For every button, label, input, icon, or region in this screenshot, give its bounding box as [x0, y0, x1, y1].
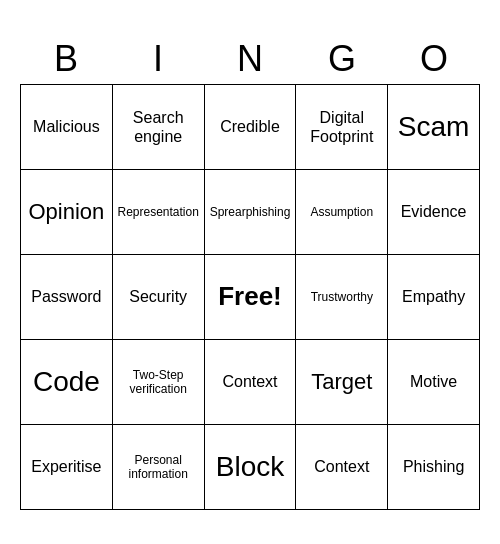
cell-text: Free! [218, 281, 282, 312]
cell-text: Empathy [402, 287, 465, 306]
cell-text: Two-Step verification [117, 368, 200, 397]
bingo-cell: Assumption [296, 170, 388, 255]
bingo-cell: Context [296, 425, 388, 510]
bingo-cell: Personal information [113, 425, 205, 510]
bingo-cell: Block [205, 425, 297, 510]
cell-text: Malicious [33, 117, 100, 136]
cell-text: Phishing [403, 457, 464, 476]
cell-text: Digital Footprint [300, 108, 383, 146]
cell-text: Search engine [117, 108, 200, 146]
cell-text: Context [222, 372, 277, 391]
bingo-cell: Password [21, 255, 113, 340]
cell-text: Credible [220, 117, 280, 136]
cell-text: Assumption [310, 205, 373, 219]
bingo-grid: MaliciousSearch engineCredibleDigital Fo… [20, 84, 480, 510]
cell-text: Representation [118, 205, 199, 219]
bingo-card: BINGO MaliciousSearch engineCredibleDigi… [20, 34, 480, 510]
bingo-cell: Target [296, 340, 388, 425]
cell-text: Security [129, 287, 187, 306]
header-letter: I [112, 34, 204, 84]
header-letter: N [204, 34, 296, 84]
bingo-cell: Code [21, 340, 113, 425]
cell-text: Motive [410, 372, 457, 391]
bingo-cell: Search engine [113, 85, 205, 170]
header-letter: B [20, 34, 112, 84]
bingo-cell: Two-Step verification [113, 340, 205, 425]
bingo-cell: Digital Footprint [296, 85, 388, 170]
bingo-cell: Opinion [21, 170, 113, 255]
bingo-cell: Free! [205, 255, 297, 340]
bingo-cell: Context [205, 340, 297, 425]
bingo-cell: Representation [113, 170, 205, 255]
bingo-cell: Phishing [388, 425, 480, 510]
cell-text: Experitise [31, 457, 101, 476]
bingo-cell: Evidence [388, 170, 480, 255]
cell-text: Sprearphishing [210, 205, 291, 219]
cell-text: Password [31, 287, 101, 306]
bingo-cell: Trustworthy [296, 255, 388, 340]
cell-text: Trustworthy [311, 290, 373, 304]
cell-text: Evidence [401, 202, 467, 221]
bingo-cell: Malicious [21, 85, 113, 170]
bingo-cell: Security [113, 255, 205, 340]
cell-text: Code [33, 365, 100, 399]
cell-text: Personal information [117, 453, 200, 482]
bingo-cell: Motive [388, 340, 480, 425]
bingo-header: BINGO [20, 34, 480, 84]
bingo-cell: Sprearphishing [205, 170, 297, 255]
cell-text: Context [314, 457, 369, 476]
header-letter: G [296, 34, 388, 84]
bingo-cell: Empathy [388, 255, 480, 340]
cell-text: Target [311, 369, 372, 395]
bingo-cell: Experitise [21, 425, 113, 510]
cell-text: Opinion [28, 199, 104, 225]
bingo-cell: Scam [388, 85, 480, 170]
header-letter: O [388, 34, 480, 84]
cell-text: Block [216, 450, 284, 484]
bingo-cell: Credible [205, 85, 297, 170]
cell-text: Scam [398, 110, 470, 144]
